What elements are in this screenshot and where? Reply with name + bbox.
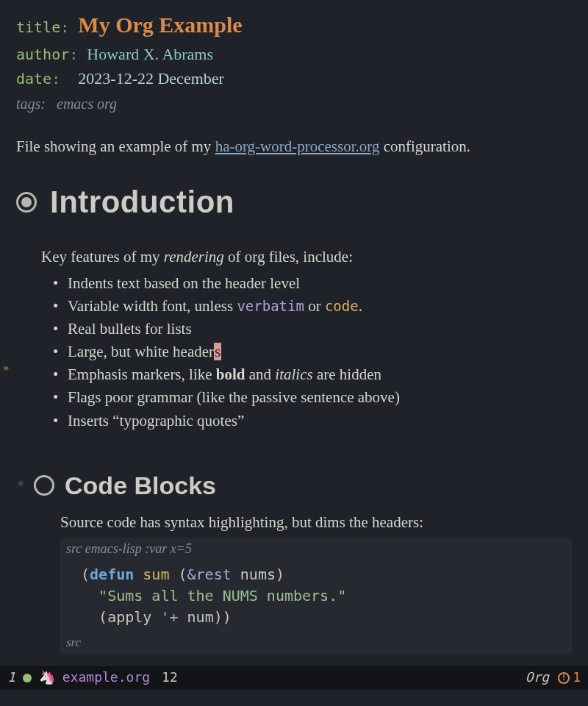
list-item: Indents text based on the header level — [51, 272, 572, 295]
buffer-filename[interactable]: example.org — [62, 668, 150, 687]
src-block-footer: src — [60, 632, 572, 654]
list-item: Emphasis markers, like bold and italics … — [51, 363, 572, 386]
list-item: Real bullets for lists — [51, 318, 572, 340]
heading-introduction[interactable]: Introduction — [16, 180, 572, 225]
major-mode[interactable]: Org — [526, 668, 550, 687]
meta-title-line: title: My Org Example — [16, 9, 572, 41]
doc-author: Howard X. Abrams — [87, 45, 213, 63]
meta-key-author: author — [16, 46, 69, 63]
src-block-header: src emacs-lisp :var x=5 — [60, 538, 572, 560]
editor-buffer[interactable]: title: My Org Example author: Howard X. … — [0, 0, 588, 658]
features-lead: Key features of my rendering of org file… — [41, 246, 572, 268]
list-item: Flags poor grammar (like the passive sen… — [51, 386, 572, 409]
line-number: 12 — [162, 668, 178, 687]
flycheck-warning[interactable]: ! 1 — [558, 668, 581, 687]
list-item: Variable width font, unless verbatim or … — [51, 295, 572, 318]
text-cursor: s — [214, 343, 221, 360]
mode-line[interactable]: 1 🦄 example.org 12 Org ! 1 — [0, 665, 588, 690]
meta-tags-line: tags: emacs org — [16, 93, 572, 115]
list-item: Large, but white headers — [51, 340, 572, 363]
doc-title: My Org Example — [78, 13, 242, 37]
fringe-indicator-icon: » — [3, 360, 9, 375]
window-number: 1 — [7, 668, 15, 687]
meta-key-date: date — [16, 70, 51, 88]
heading-bullet-icon — [34, 475, 54, 496]
modified-indicator-icon — [23, 674, 32, 682]
src-block-body[interactable]: (defun sum (&rest nums) "Sums all the NU… — [60, 560, 572, 632]
list-item: Inserts “typographic quotes” — [51, 410, 572, 432]
unicorn-icon: 🦄 — [39, 668, 55, 687]
features-list: Indents text based on the header level V… — [51, 272, 572, 432]
doc-date: 2023-12-22 December — [78, 69, 224, 88]
meta-author-line: author: Howard X. Abrams — [16, 43, 572, 66]
meta-date-line: date: 2023-12-22 December — [16, 67, 572, 90]
intro-paragraph: File showing an example of my ha-org-wor… — [16, 135, 572, 157]
heading-bullet-icon — [16, 192, 37, 213]
meta-key-title: title — [16, 18, 60, 36]
minibuffer[interactable] — [0, 690, 588, 706]
warning-icon: ! — [558, 672, 570, 684]
code-blocks-lead: Source code has syntax highlighting, but… — [60, 511, 572, 533]
doc-tags: emacs org — [57, 96, 117, 112]
heading-code-blocks[interactable]: * Code Blocks — [16, 468, 572, 504]
meta-key-tags: tags: — [16, 96, 46, 112]
folded-star-icon: * — [16, 475, 25, 496]
config-link[interactable]: ha-org-word-processor.org — [215, 138, 380, 155]
